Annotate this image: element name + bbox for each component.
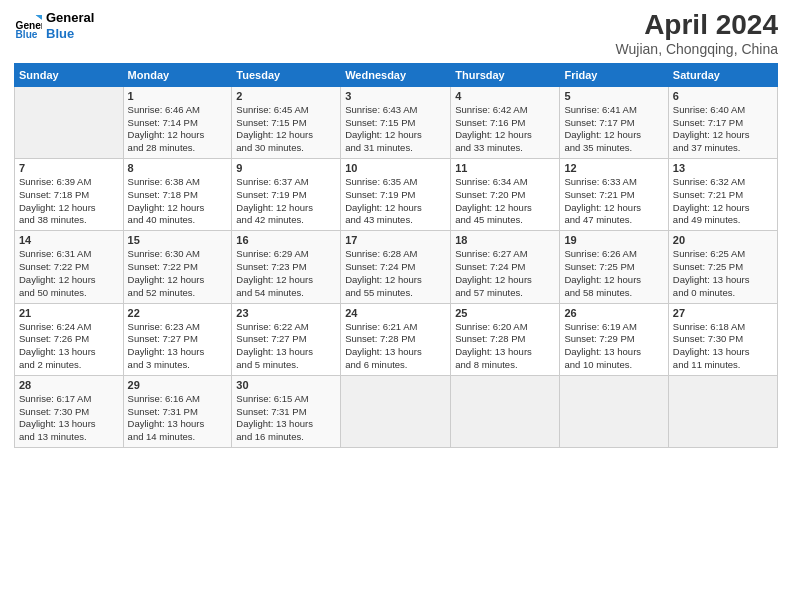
day-info: Sunrise: 6:27 AMSunset: 7:24 PMDaylight:…	[455, 248, 555, 299]
calendar-cell: 21Sunrise: 6:24 AMSunset: 7:26 PMDayligh…	[15, 303, 124, 375]
calendar-cell: 1Sunrise: 6:46 AMSunset: 7:14 PMDaylight…	[123, 86, 232, 158]
day-info: Sunrise: 6:23 AMSunset: 7:27 PMDaylight:…	[128, 321, 228, 372]
calendar-cell: 13Sunrise: 6:32 AMSunset: 7:21 PMDayligh…	[668, 159, 777, 231]
day-number: 5	[564, 90, 663, 102]
calendar-cell: 16Sunrise: 6:29 AMSunset: 7:23 PMDayligh…	[232, 231, 341, 303]
main-title: April 2024	[616, 10, 778, 41]
day-info: Sunrise: 6:33 AMSunset: 7:21 PMDaylight:…	[564, 176, 663, 227]
day-number: 15	[128, 234, 228, 246]
day-number: 19	[564, 234, 663, 246]
day-number: 16	[236, 234, 336, 246]
day-info: Sunrise: 6:25 AMSunset: 7:25 PMDaylight:…	[673, 248, 773, 299]
day-info: Sunrise: 6:28 AMSunset: 7:24 PMDaylight:…	[345, 248, 446, 299]
day-info: Sunrise: 6:40 AMSunset: 7:17 PMDaylight:…	[673, 104, 773, 155]
day-number: 14	[19, 234, 119, 246]
calendar-cell: 6Sunrise: 6:40 AMSunset: 7:17 PMDaylight…	[668, 86, 777, 158]
calendar-cell	[451, 375, 560, 447]
calendar-table: Sunday Monday Tuesday Wednesday Thursday…	[14, 63, 778, 448]
calendar-cell: 27Sunrise: 6:18 AMSunset: 7:30 PMDayligh…	[668, 303, 777, 375]
day-number: 8	[128, 162, 228, 174]
day-info: Sunrise: 6:29 AMSunset: 7:23 PMDaylight:…	[236, 248, 336, 299]
calendar-cell: 15Sunrise: 6:30 AMSunset: 7:22 PMDayligh…	[123, 231, 232, 303]
day-number: 13	[673, 162, 773, 174]
day-number: 24	[345, 307, 446, 319]
calendar-cell	[560, 375, 668, 447]
day-number: 6	[673, 90, 773, 102]
day-info: Sunrise: 6:19 AMSunset: 7:29 PMDaylight:…	[564, 321, 663, 372]
day-number: 27	[673, 307, 773, 319]
calendar-cell	[341, 375, 451, 447]
day-number: 10	[345, 162, 446, 174]
logo-general: General	[46, 10, 94, 26]
day-number: 22	[128, 307, 228, 319]
day-info: Sunrise: 6:46 AMSunset: 7:14 PMDaylight:…	[128, 104, 228, 155]
logo: General Blue General Blue	[14, 10, 94, 41]
day-info: Sunrise: 6:17 AMSunset: 7:30 PMDaylight:…	[19, 393, 119, 444]
day-info: Sunrise: 6:31 AMSunset: 7:22 PMDaylight:…	[19, 248, 119, 299]
day-info: Sunrise: 6:24 AMSunset: 7:26 PMDaylight:…	[19, 321, 119, 372]
col-monday: Monday	[123, 63, 232, 86]
day-number: 11	[455, 162, 555, 174]
calendar-cell: 4Sunrise: 6:42 AMSunset: 7:16 PMDaylight…	[451, 86, 560, 158]
day-info: Sunrise: 6:37 AMSunset: 7:19 PMDaylight:…	[236, 176, 336, 227]
day-info: Sunrise: 6:43 AMSunset: 7:15 PMDaylight:…	[345, 104, 446, 155]
calendar-cell: 11Sunrise: 6:34 AMSunset: 7:20 PMDayligh…	[451, 159, 560, 231]
calendar-cell: 30Sunrise: 6:15 AMSunset: 7:31 PMDayligh…	[232, 375, 341, 447]
calendar-cell: 25Sunrise: 6:20 AMSunset: 7:28 PMDayligh…	[451, 303, 560, 375]
day-number: 28	[19, 379, 119, 391]
day-number: 2	[236, 90, 336, 102]
calendar-cell: 18Sunrise: 6:27 AMSunset: 7:24 PMDayligh…	[451, 231, 560, 303]
calendar-cell: 28Sunrise: 6:17 AMSunset: 7:30 PMDayligh…	[15, 375, 124, 447]
calendar-cell: 14Sunrise: 6:31 AMSunset: 7:22 PMDayligh…	[15, 231, 124, 303]
day-number: 20	[673, 234, 773, 246]
logo-icon: General Blue	[14, 12, 42, 40]
day-info: Sunrise: 6:20 AMSunset: 7:28 PMDaylight:…	[455, 321, 555, 372]
day-number: 30	[236, 379, 336, 391]
day-number: 7	[19, 162, 119, 174]
col-tuesday: Tuesday	[232, 63, 341, 86]
day-info: Sunrise: 6:39 AMSunset: 7:18 PMDaylight:…	[19, 176, 119, 227]
day-info: Sunrise: 6:38 AMSunset: 7:18 PMDaylight:…	[128, 176, 228, 227]
col-friday: Friday	[560, 63, 668, 86]
calendar-cell: 8Sunrise: 6:38 AMSunset: 7:18 PMDaylight…	[123, 159, 232, 231]
day-info: Sunrise: 6:22 AMSunset: 7:27 PMDaylight:…	[236, 321, 336, 372]
calendar-cell: 20Sunrise: 6:25 AMSunset: 7:25 PMDayligh…	[668, 231, 777, 303]
svg-text:Blue: Blue	[16, 29, 38, 40]
day-info: Sunrise: 6:41 AMSunset: 7:17 PMDaylight:…	[564, 104, 663, 155]
calendar-cell: 12Sunrise: 6:33 AMSunset: 7:21 PMDayligh…	[560, 159, 668, 231]
day-number: 25	[455, 307, 555, 319]
calendar-cell: 29Sunrise: 6:16 AMSunset: 7:31 PMDayligh…	[123, 375, 232, 447]
day-info: Sunrise: 6:45 AMSunset: 7:15 PMDaylight:…	[236, 104, 336, 155]
calendar-cell: 19Sunrise: 6:26 AMSunset: 7:25 PMDayligh…	[560, 231, 668, 303]
day-info: Sunrise: 6:26 AMSunset: 7:25 PMDaylight:…	[564, 248, 663, 299]
day-info: Sunrise: 6:18 AMSunset: 7:30 PMDaylight:…	[673, 321, 773, 372]
day-info: Sunrise: 6:32 AMSunset: 7:21 PMDaylight:…	[673, 176, 773, 227]
day-number: 29	[128, 379, 228, 391]
logo-blue: Blue	[46, 26, 94, 42]
day-info: Sunrise: 6:35 AMSunset: 7:19 PMDaylight:…	[345, 176, 446, 227]
calendar-cell: 26Sunrise: 6:19 AMSunset: 7:29 PMDayligh…	[560, 303, 668, 375]
day-number: 23	[236, 307, 336, 319]
day-info: Sunrise: 6:30 AMSunset: 7:22 PMDaylight:…	[128, 248, 228, 299]
day-number: 1	[128, 90, 228, 102]
calendar-cell	[668, 375, 777, 447]
day-info: Sunrise: 6:16 AMSunset: 7:31 PMDaylight:…	[128, 393, 228, 444]
page: General Blue General Blue April 2024 Wuj…	[0, 0, 792, 612]
calendar-cell: 17Sunrise: 6:28 AMSunset: 7:24 PMDayligh…	[341, 231, 451, 303]
day-info: Sunrise: 6:42 AMSunset: 7:16 PMDaylight:…	[455, 104, 555, 155]
calendar-cell	[15, 86, 124, 158]
col-wednesday: Wednesday	[341, 63, 451, 86]
calendar-cell: 2Sunrise: 6:45 AMSunset: 7:15 PMDaylight…	[232, 86, 341, 158]
col-sunday: Sunday	[15, 63, 124, 86]
day-number: 26	[564, 307, 663, 319]
calendar-cell: 24Sunrise: 6:21 AMSunset: 7:28 PMDayligh…	[341, 303, 451, 375]
calendar-cell: 3Sunrise: 6:43 AMSunset: 7:15 PMDaylight…	[341, 86, 451, 158]
day-number: 4	[455, 90, 555, 102]
day-info: Sunrise: 6:21 AMSunset: 7:28 PMDaylight:…	[345, 321, 446, 372]
calendar-cell: 10Sunrise: 6:35 AMSunset: 7:19 PMDayligh…	[341, 159, 451, 231]
calendar-cell: 9Sunrise: 6:37 AMSunset: 7:19 PMDaylight…	[232, 159, 341, 231]
header: General Blue General Blue April 2024 Wuj…	[14, 10, 778, 57]
title-block: April 2024 Wujian, Chongqing, China	[616, 10, 778, 57]
calendar-cell: 5Sunrise: 6:41 AMSunset: 7:17 PMDaylight…	[560, 86, 668, 158]
day-info: Sunrise: 6:34 AMSunset: 7:20 PMDaylight:…	[455, 176, 555, 227]
